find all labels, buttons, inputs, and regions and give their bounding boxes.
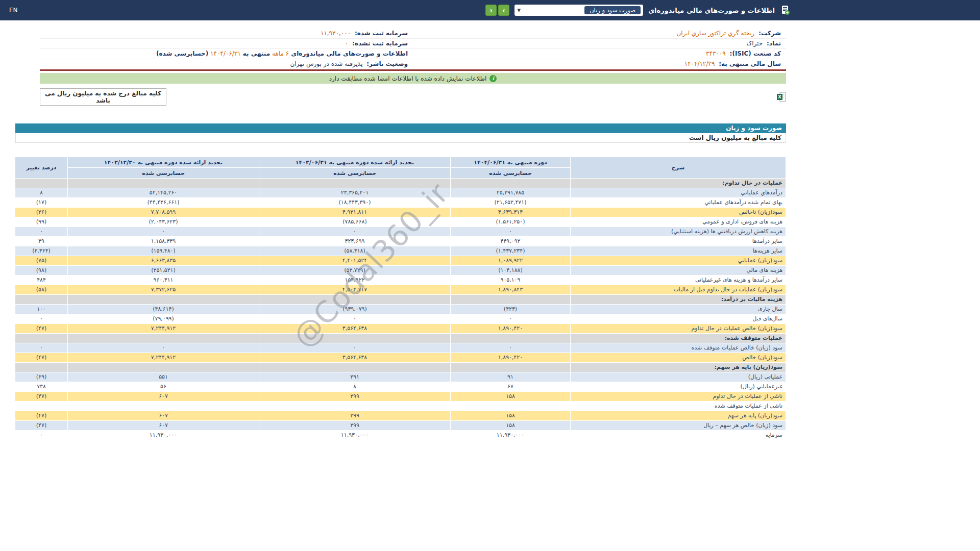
row-value: ۱۱,۹۳۰,۰۰۰ [259, 431, 451, 440]
reporting-period-field: اطلاعات و صورت‌های مالی میاندوره‌ای ۶ ما… [40, 49, 413, 59]
row-percent-change: ۱۰۰ [15, 305, 68, 314]
audited-note: (حسابرسی شده) [156, 50, 208, 57]
row-percent-change: (۶۹) [15, 372, 68, 382]
row-value: (۱۵۹,۴۸۰) [68, 246, 259, 256]
row-label: سایر هزینه‌ها [571, 246, 786, 256]
row-label: عملیات متوقف شده: [571, 334, 786, 343]
table-row: سود(زیان) ناخالص۳,۶۳۹,۳۱۴۴,۹۲۱,۸۱۱۷,۷۰۸,… [15, 208, 786, 217]
statement-title-bar: صورت سود و زیان [15, 123, 786, 133]
units-row: X کلیه مبالغ درج شده به میلیون ریال می ب… [40, 88, 786, 106]
table-row: هزینه هاى فروش، ادارى و عمومي(۱,۵۶۱,۲۵۰)… [15, 217, 786, 227]
chevron-down-icon: ▼ [517, 8, 521, 13]
row-percent-change: ۰ [15, 314, 68, 324]
row-label: عملیات در حال تداوم: [571, 179, 786, 188]
isic-code-field: کد صنعت (ISIC): ۳۴۳۰۰۹ [413, 49, 786, 59]
section-row: عملیات متوقف شده: [15, 334, 786, 343]
row-value: ۶,۶۶۳,۸۳۵ [68, 256, 259, 266]
unregistered-capital-label: سرمایه ثبت نشده: [352, 40, 408, 47]
row-value: ۰ [259, 314, 451, 324]
row-value: ۲۳,۳۶۵,۲۰۱ [259, 188, 451, 198]
row-percent-change: (۱۷) [15, 198, 68, 208]
table-row: سود(زیان) خالص۱,۸۹۰,۴۲۰۳,۵۶۴,۶۳۸۷,۲۴۴,۹۱… [15, 353, 786, 363]
table-row: غیرعملیاتي (ریال)۶۷۸۵۶۷۳۸ [15, 382, 786, 392]
row-value: (۴۴,۴۳۶,۶۶۱) [68, 198, 259, 208]
row-percent-change: (۷۵) [15, 256, 68, 266]
row-value: ۱,۸۹۰,۴۲۰ [451, 353, 571, 363]
table-row: سود(زیان) پایه هر سهم۱۵۸۲۹۹۶۰۷(۴۷) [15, 411, 786, 421]
company-info-panel: شرکت: ریخته گري تراکتور سازي ایران سرمای… [40, 29, 786, 71]
row-value [259, 295, 451, 305]
period-label-part: اطلاعات و صورت‌های مالی میاندوره‌ای [289, 50, 408, 57]
row-value: ۷,۷۰۸,۵۹۹ [68, 208, 259, 217]
statement-type-select[interactable]: صورت سود و زیان ▼ [514, 5, 643, 16]
excel-export-icon[interactable]: X [777, 92, 786, 102]
row-value [451, 402, 571, 411]
row-value: ۳,۵۶۴,۶۳۸ [259, 353, 451, 363]
row-label: سال‌های قبل [571, 314, 786, 324]
table-row: سود (زیان) خالص هر سهم – ریال۱۵۸۲۹۹۶۰۷(۴… [15, 421, 786, 431]
row-value [68, 295, 259, 305]
row-value: ۰ [451, 343, 571, 353]
row-value: ۵۲,۱۴۵,۲۶۰ [68, 188, 259, 198]
table-row: سود(زیان) عملیات در حال تداوم قبل از مال… [15, 285, 786, 295]
row-value: (۱۸,۴۴۳,۳۹۰) [259, 198, 451, 208]
row-value: ۲۹۱ [259, 372, 451, 382]
table-row: هزینه کاهش ارزش دریافتني ها (هزینه استثن… [15, 227, 786, 237]
nav-next-button[interactable]: › [498, 5, 509, 16]
row-percent-change [15, 334, 68, 343]
row-value [259, 402, 451, 411]
table-row: عملیاتي (ریال)۹۱۲۹۱۵۵۱(۶۹) [15, 372, 786, 382]
row-value: ۰ [451, 227, 571, 237]
row-value: ۱,۸۹۰,۸۴۳ [451, 285, 571, 295]
row-percent-change [15, 363, 68, 372]
row-value: ۲۵,۲۹۱,۷۸۵ [451, 188, 571, 198]
table-row: هزینه هاى مالي(۱۰۴,۱۸۸)(۵۲,۷۲۹)(۲۵۱,۵۲۱)… [15, 266, 786, 276]
row-label: سایر درآمدها [571, 237, 786, 246]
period-label-part: منتهی به [241, 50, 270, 57]
row-value [68, 402, 259, 411]
row-label: سود(زیان) خالص [571, 353, 786, 363]
col-subheader-audited: حسابرسی شده [451, 168, 571, 179]
section-row: سود(زیان) پایه هر سهم: [15, 363, 786, 372]
fiscal-year-end-value: ۱۴۰۴/۱۲/۲۹ [684, 60, 715, 67]
col-header-percent-change: درصد تغییر [15, 157, 68, 179]
row-label: هزینه کاهش ارزش دریافتني ها (هزینه استثن… [571, 227, 786, 237]
row-value: ۱۱,۹۳۰,۰۰۰ [451, 431, 571, 440]
table-row: درآمدهاي عملیاتي۲۵,۲۹۱,۷۸۵۲۳,۳۶۵,۲۰۱۵۲,۱… [15, 188, 786, 198]
row-value: ۷,۲۴۴,۹۱۲ [68, 353, 259, 363]
row-value: ۰ [68, 227, 259, 237]
row-value: (۵۲,۷۲۹) [259, 266, 451, 276]
row-value: (۹۳۹,۰۷۹) [259, 305, 451, 314]
issuer-status-field: وضعیت ناشر: پذیرفته شده در بورس تهران [40, 59, 413, 69]
table-row: سال جاری(۴۲۳)(۹۳۹,۰۷۹)(۴۸,۶۱۴)۱۰۰ [15, 305, 786, 314]
row-value: ۱,۰۸۹,۹۲۲ [451, 256, 571, 266]
report-icon[interactable] [780, 5, 790, 15]
row-value: ۲۹۹ [259, 392, 451, 402]
table-body: عملیات در حال تداوم:درآمدهاي عملیاتي۲۵,۲… [15, 179, 786, 440]
row-percent-change: (۴۷) [15, 353, 68, 363]
row-percent-change: ۰ [15, 431, 68, 440]
row-label: سرمایه [571, 431, 786, 440]
row-value: (۲,۰۴۳,۶۲۳) [68, 217, 259, 227]
row-percent-change: ۳۹ [15, 237, 68, 246]
table-row: ناشي از عملیات متوقف شده [15, 402, 786, 411]
row-label: سود(زیان) خالص عملیات در حال تداوم [571, 324, 786, 334]
section-divider [0, 113, 980, 113]
row-value: ۶۰۷ [68, 392, 259, 402]
language-toggle-en[interactable]: EN [9, 7, 18, 14]
row-value: (۲۵۱,۵۲۱) [68, 266, 259, 276]
section-row: عملیات در حال تداوم: [15, 179, 786, 188]
company-name-value: ریخته گري تراکتور سازي ایران [677, 30, 755, 37]
col-subheader-audited: حسابرسی شده [68, 168, 259, 179]
row-label: سود(زیان) ناخالص [571, 208, 786, 217]
topbar-right-cluster: اطلاعات و صورت‌های مالی میاندوره‌ای صورت… [485, 5, 790, 16]
company-info-grid: شرکت: ریخته گري تراکتور سازي ایران سرمای… [40, 29, 786, 69]
ticker-field: نماد: ختراک [413, 39, 786, 49]
row-label: سود(زیان) پایه هر سهم: [571, 363, 786, 372]
row-value: ۳,۵۶۴,۶۳۸ [259, 324, 451, 334]
row-value [451, 334, 571, 343]
nav-prev-button[interactable]: ‹ [485, 5, 497, 16]
codal-interim-statements-page: { "topbar": { "title": "اطلاعات و صورت\u… [0, 0, 980, 551]
row-label: عملیاتي (ریال) [571, 372, 786, 382]
row-value: ۱۵۸ [451, 392, 571, 402]
